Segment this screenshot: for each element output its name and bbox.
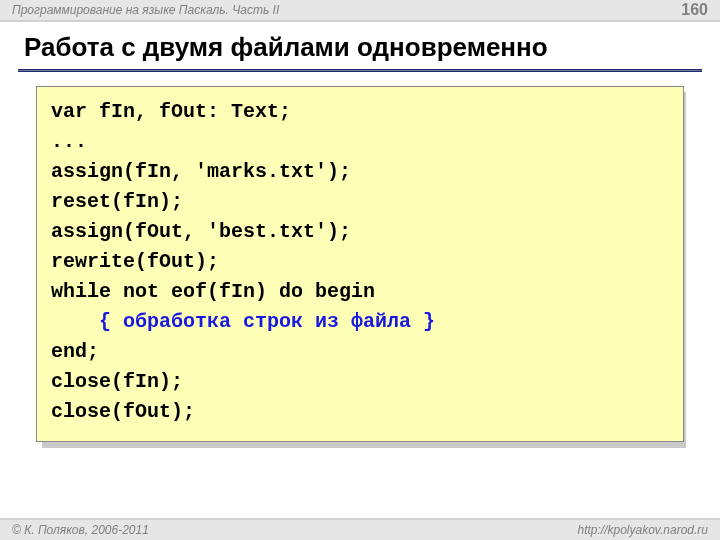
page-number: 160 bbox=[681, 1, 708, 19]
code-line: end; bbox=[51, 340, 99, 363]
code-line: assign(fOut, 'best.txt'); bbox=[51, 220, 351, 243]
code-line: ... bbox=[51, 130, 87, 153]
page-title: Работа с двумя файлами одновременно bbox=[0, 22, 720, 69]
code-line: var fIn, fOut: Text; bbox=[51, 100, 291, 123]
course-title: Программирование на языке Паскаль. Часть… bbox=[12, 3, 279, 17]
code-block: var fIn, fOut: Text; ... assign(fIn, 'ma… bbox=[36, 86, 684, 442]
code-box: var fIn, fOut: Text; ... assign(fIn, 'ma… bbox=[36, 86, 684, 442]
code-line: rewrite(fOut); bbox=[51, 250, 219, 273]
code-line: while not eof(fIn) do begin bbox=[51, 280, 375, 303]
code-line: reset(fIn); bbox=[51, 190, 183, 213]
code-comment: { обработка строк из файла } bbox=[99, 310, 435, 333]
footer-bar: © К. Поляков, 2006-2011 http://kpolyakov… bbox=[0, 518, 720, 540]
code-line: assign(fIn, 'marks.txt'); bbox=[51, 160, 351, 183]
code-line: close(fIn); bbox=[51, 370, 183, 393]
footer-link: http://kpolyakov.narod.ru bbox=[577, 523, 708, 537]
copyright: © К. Поляков, 2006-2011 bbox=[12, 523, 149, 537]
header-bar: Программирование на языке Паскаль. Часть… bbox=[0, 0, 720, 22]
code-indent bbox=[51, 310, 99, 333]
code-line: close(fOut); bbox=[51, 400, 195, 423]
slide: Программирование на языке Паскаль. Часть… bbox=[0, 0, 720, 540]
title-underline bbox=[18, 69, 702, 72]
